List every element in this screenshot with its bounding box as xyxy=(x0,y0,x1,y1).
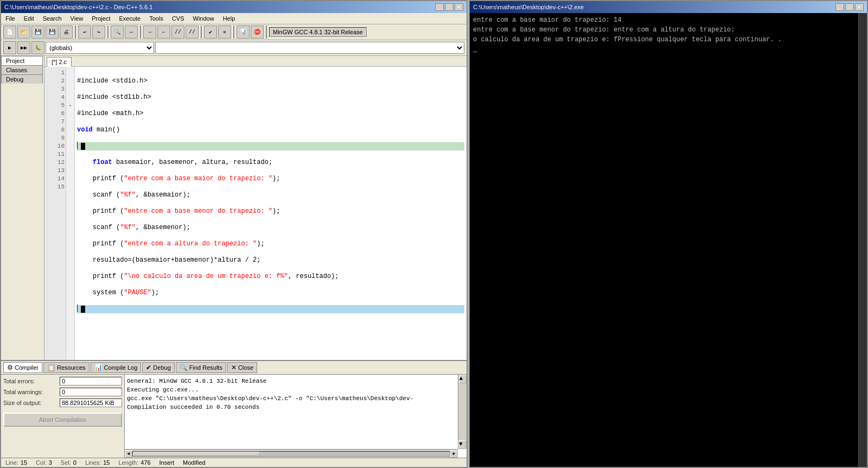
scope-select-function[interactable] xyxy=(155,42,464,54)
status-insert: Insert xyxy=(159,459,175,466)
bottom-panel: ⚙ Compiler 📋 Resources 📊 Compile Log ✔ D… xyxy=(1,360,467,458)
console-minimize-btn[interactable]: _ xyxy=(835,3,844,11)
ide-panel: C:\Users\matheus\Desktop\dev-c++\2.c - D… xyxy=(0,0,468,468)
status-modified: Modified xyxy=(183,459,206,466)
scroll-up-btn[interactable]: ▲ xyxy=(459,375,467,383)
console-line-2: entre com a base menor do trapezio: entr… xyxy=(473,25,864,35)
line-numbers: 1 2 3 4 5 6 7 8 9 10 11 12 13 14 xyxy=(44,67,66,360)
abort-compilation-button[interactable]: Abort Compilation xyxy=(3,413,122,427)
scope-select-globals[interactable]: (globals) xyxy=(46,42,154,54)
console-maximize-btn[interactable]: □ xyxy=(845,3,854,11)
console-panel: C:\Users\matheus\Desktop\dev-c++\2.exe _… xyxy=(469,0,868,468)
code-line-15: ▏ xyxy=(77,305,464,313)
toolbar-stop-btn[interactable]: ⛔ xyxy=(251,26,264,39)
toolbar-open-btn[interactable]: 📂 xyxy=(17,26,30,39)
menu-edit[interactable]: Edit xyxy=(22,14,36,23)
menu-help[interactable]: Help xyxy=(221,14,238,23)
code-line-9: printf ("entre com a base menor do trape… xyxy=(77,207,464,216)
status-bar: Line: 15 Col: 3 Sel: 0 Lines: 15 Length:… xyxy=(1,458,467,467)
toolbar-uncomment-btn[interactable]: // xyxy=(186,26,199,39)
ide-minimize-btn[interactable]: _ xyxy=(435,3,444,11)
console-output: entre com a base maior do trapezio: 14 e… xyxy=(470,13,867,467)
cursor-blink: _ xyxy=(473,46,477,53)
status-col-value: 3 xyxy=(49,459,52,466)
compiler-info-panel: Total errors: 0 Total warnings: 0 Size o… xyxy=(1,375,125,458)
menu-bar: File Edit Search View Project Execute To… xyxy=(1,13,467,24)
log-horizontal-scrollbar[interactable]: ◄ ► xyxy=(125,449,458,458)
bottom-tab-compiler[interactable]: ⚙ Compiler xyxy=(3,362,42,373)
code-line-6: float basemaior, basemenor, altura, resu… xyxy=(77,159,464,167)
menu-cvs[interactable]: CVS xyxy=(170,14,187,23)
code-editor[interactable]: #include <stdio.h> #include <stdlib.h> #… xyxy=(75,67,467,360)
file-tabs-bar: [*] 2.c xyxy=(44,56,467,67)
menu-view[interactable]: View xyxy=(68,14,86,23)
status-line-value: 15 xyxy=(21,459,27,466)
ide-close-btn[interactable]: ✕ xyxy=(455,3,463,11)
log-vertical-scrollbar[interactable]: ▲ ▼ xyxy=(458,375,467,449)
console-scrollbar[interactable] xyxy=(858,13,867,467)
toolbar-comment-btn[interactable]: // xyxy=(171,26,184,39)
toolbar-redo-btn[interactable]: ↪ xyxy=(92,26,105,39)
toolbar-syntax-btn[interactable]: ✔ xyxy=(204,26,217,39)
menu-file[interactable]: File xyxy=(3,14,17,23)
status-modified-label: Modified xyxy=(183,459,206,466)
tab-debug[interactable]: Debug xyxy=(1,74,43,84)
menu-search[interactable]: Search xyxy=(41,14,64,23)
toolbar-profile-btn[interactable]: 📊 xyxy=(237,26,250,39)
bottom-tab-debug[interactable]: ✔ Debug xyxy=(142,362,174,373)
menu-project[interactable]: Project xyxy=(90,14,112,23)
status-sel-label: Sel: xyxy=(61,459,71,466)
ide-maximize-btn[interactable]: □ xyxy=(445,3,454,11)
menu-window[interactable]: Window xyxy=(191,14,216,23)
console-close-btn[interactable]: ✕ xyxy=(855,3,864,11)
total-errors-row: Total errors: 0 xyxy=(3,377,122,385)
code-line-11: printf ("entre com a altura do trapezio:… xyxy=(77,240,464,248)
scroll-right-btn[interactable]: ► xyxy=(450,450,458,458)
toolbar-indent-btn[interactable]: → xyxy=(143,26,156,39)
status-lines-label: Lines: xyxy=(85,459,101,466)
scroll-left-btn[interactable]: ◄ xyxy=(125,450,132,458)
toolbar-sep-5 xyxy=(233,26,234,39)
fold-area: - xyxy=(66,67,75,360)
toolbar-save-btn[interactable]: 💾 xyxy=(31,26,44,39)
toolbar-run-btn[interactable]: ▶▶ xyxy=(17,41,30,54)
status-lines: Lines: 15 xyxy=(85,459,110,466)
bottom-tab-find-results[interactable]: 🔍 Find Results xyxy=(176,362,226,373)
ide-title-controls: _ □ ✕ xyxy=(435,3,463,11)
code-line-13: printf ("\no calculo da area de um trape… xyxy=(77,273,464,281)
bottom-tab-close[interactable]: ✕ Close xyxy=(227,362,257,373)
editor-area: 1 2 3 4 5 6 7 8 9 10 11 12 13 14 xyxy=(44,67,467,360)
status-col: Col: 3 xyxy=(36,459,52,466)
bottom-tab-compile-log[interactable]: 📊 Compile Log xyxy=(91,362,142,373)
scroll-down-btn[interactable]: ▼ xyxy=(458,440,466,449)
hscroll-thumb[interactable] xyxy=(133,452,260,456)
toolbar-debug2-btn[interactable]: 🐛 xyxy=(31,41,44,54)
toolbar-sep-4 xyxy=(201,26,202,39)
toolbar-search-btn[interactable]: 🔍 xyxy=(111,26,124,39)
toolbar-close-btn[interactable]: ✕ xyxy=(218,26,231,39)
toolbar-print-btn[interactable]: 🖨 xyxy=(60,26,73,39)
menu-execute[interactable]: Execute xyxy=(117,14,143,23)
console-title: C:\Users\matheus\Desktop\dev-c++\2.exe xyxy=(473,4,584,10)
tab-project[interactable]: Project xyxy=(1,56,43,66)
total-warnings-value: 0 xyxy=(60,388,122,396)
toolbar-sep-6 xyxy=(266,26,267,39)
tab-classes[interactable]: Classes xyxy=(1,65,43,74)
file-tab-2c[interactable]: [*] 2.c xyxy=(47,57,72,67)
toolbar-undo-btn[interactable]: ↩ xyxy=(78,26,91,39)
toolbar-sep-2 xyxy=(107,26,108,39)
toolbar-compile-btn[interactable]: ▶ xyxy=(3,41,16,54)
size-of-output-label: Size of output: xyxy=(3,400,58,406)
toolbar-saveall-btn[interactable]: 💾 xyxy=(46,26,59,39)
total-errors-label: Total errors: xyxy=(3,378,58,384)
menu-tools[interactable]: Tools xyxy=(147,14,165,23)
ide-title: C:\Users\matheus\Desktop\dev-c++\2.c - D… xyxy=(4,4,152,10)
toolbar-new-btn[interactable]: 📄 xyxy=(3,26,16,39)
console-line-1: entre com a base maior do trapezio: 14 xyxy=(473,15,864,25)
toolbar-unindent-btn[interactable]: ← xyxy=(157,26,170,39)
code-line-7: printf ("entre com a base maior do trape… xyxy=(77,175,464,183)
toolbar-replace-btn[interactable]: ↔ xyxy=(125,26,138,39)
bottom-tab-resources[interactable]: 📋 Resources xyxy=(43,362,90,373)
status-length-label: Length: xyxy=(119,459,139,466)
find-results-tab-icon: 🔍 xyxy=(180,364,188,371)
